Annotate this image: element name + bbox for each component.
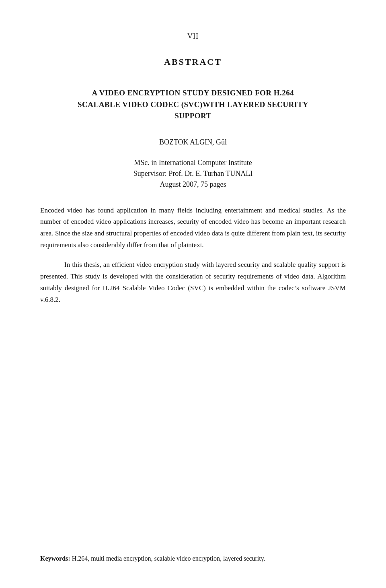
author: BOZTOK ALGIN, Gül <box>40 138 346 146</box>
keywords-text: H.264, multi media encryption, scalable … <box>72 555 265 562</box>
supervisor: Supervisor: Prof. Dr. E. Turhan TUNALI <box>40 169 346 178</box>
section-title: ABSTRACT <box>40 57 346 67</box>
keywords-section: Keywords: H.264, multi media encryption,… <box>40 553 346 564</box>
keywords-label: Keywords: <box>40 555 70 562</box>
date-pages: August 2007, 75 pages <box>40 180 346 189</box>
page-number: VII <box>40 32 346 41</box>
main-title-line1: A VIDEO ENCRYPTION STUDY DESIGNED FOR H.… <box>92 89 294 97</box>
page: VII ABSTRACT A VIDEO ENCRYPTION STUDY DE… <box>0 0 386 588</box>
degree: MSc. in International Computer Institute <box>40 159 346 167</box>
paragraph2: In this thesis, an efficient video encry… <box>40 259 346 306</box>
main-title: A VIDEO ENCRYPTION STUDY DESIGNED FOR H.… <box>40 87 346 122</box>
paragraph1: Encoded video has found application in m… <box>40 205 346 252</box>
main-title-line3: SUPPORT <box>175 111 211 120</box>
main-title-line2: SCALABLE VIDEO CODEC (SVC)WITH LAYERED S… <box>78 100 308 109</box>
